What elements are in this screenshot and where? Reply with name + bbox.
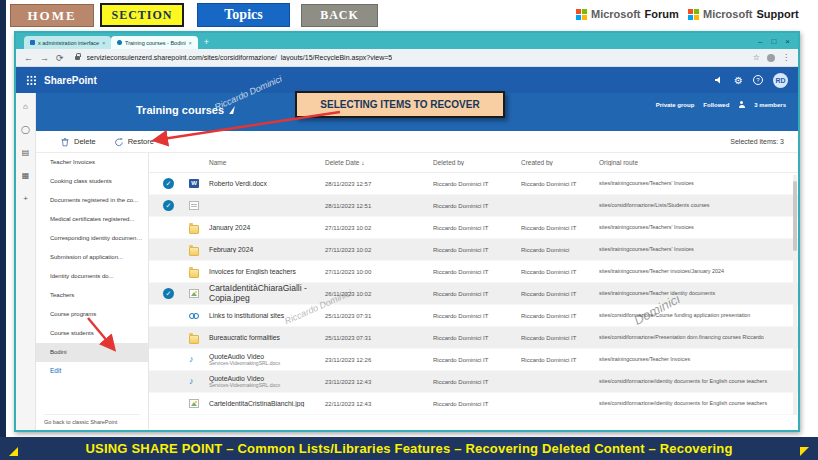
folder-icon — [189, 225, 199, 234]
back-button[interactable]: BACK — [301, 4, 378, 27]
table-row[interactable]: QuoteAudio VideoServices-VideomakingSRL.… — [149, 349, 798, 371]
delete-date: 27/11/2023 10:02 — [325, 225, 433, 231]
deleted-by: Riccardo Dominici IT — [433, 181, 521, 187]
followed-button[interactable]: Followed — [703, 102, 729, 108]
refresh-icon[interactable]: ⟳ — [56, 53, 64, 63]
new-tab-button[interactable]: + — [204, 35, 209, 49]
profile-icon[interactable] — [767, 54, 775, 62]
privacy-label: Private group — [656, 102, 695, 108]
table-row[interactable]: 28/11/2023 12:51 Riccardo Dominici IT si… — [149, 195, 798, 217]
restore-label: Restore — [128, 137, 154, 146]
item-name[interactable]: Roberto Verdi.docx — [209, 180, 267, 187]
minimize-icon[interactable]: – — [758, 37, 762, 46]
help-icon[interactable]: ? — [753, 75, 763, 85]
header-original-route[interactable]: Original route — [599, 159, 798, 166]
close-icon[interactable]: × — [785, 37, 790, 46]
browser-tab-training-courses[interactable]: Training courses - Bodini × — [111, 36, 198, 49]
created-by: Riccardo Dominici IT — [521, 225, 599, 231]
table-row[interactable]: February 2024 27/11/2023 10:02 Riccardo … — [149, 239, 798, 261]
sidebar-item-cooking-class-students[interactable]: Cooking class students — [36, 172, 148, 191]
url-text[interactable]: servizieconsulenzerd.sharepoint.com/site… — [87, 54, 393, 61]
tab-close-icon[interactable]: × — [189, 40, 192, 46]
members-count[interactable]: 3 members — [754, 102, 786, 108]
header-created-by[interactable]: Created by — [521, 159, 599, 166]
add-icon[interactable]: + — [23, 195, 28, 203]
document-icon[interactable]: ▤ — [22, 149, 30, 157]
sidebar-item-documents-registered[interactable]: Documents registered in the co... — [36, 191, 148, 210]
browser-menu-icon[interactable]: ⋮ — [782, 53, 790, 62]
sidebar-item-course-students[interactable]: Course students — [36, 324, 148, 343]
selected-check-icon[interactable] — [163, 178, 174, 189]
microsoft-brand: Microsoft — [703, 8, 753, 20]
deleted-by: Riccardo Dominici IT — [433, 203, 521, 209]
home-button[interactable]: HOME — [10, 4, 94, 27]
home-icon[interactable]: ⌂ — [23, 103, 28, 111]
item-name[interactable]: Links to institutional sites — [209, 312, 284, 319]
gear-icon[interactable]: ⚙ — [734, 75, 743, 86]
table-row[interactable]: January 2024 27/11/2023 10:02 Riccardo D… — [149, 217, 798, 239]
app-launcher-icon[interactable] — [26, 75, 36, 85]
item-name[interactable]: QuoteAudio Video — [209, 353, 264, 360]
selected-check-icon[interactable] — [163, 200, 174, 211]
site-title[interactable]: Training courses — [136, 104, 224, 116]
sidebar-item-submission-application[interactable]: Submission of application... — [36, 248, 148, 267]
bookmark-star-icon[interactable]: ☆ — [753, 53, 760, 62]
classic-sharepoint-link[interactable]: Go back to classic SharePoint — [44, 414, 140, 425]
original-route: sites/trainingcourses/Teacher identity d… — [599, 290, 798, 297]
header-deleted-by[interactable]: Deleted by — [433, 159, 521, 166]
microsoft-forum-link[interactable]: Microsoft Forum — [576, 8, 679, 20]
item-name[interactable]: CarteIdentitaCristinaBianchi.jpg — [209, 400, 304, 407]
table-row[interactable]: CarteIdentitaCristinaBianchi.jpg 22/11/2… — [149, 393, 798, 415]
table-row[interactable]: Invoices for English teachers 27/11/2023… — [149, 261, 798, 283]
megaphone-icon[interactable] — [714, 75, 724, 85]
original-route: sites/trainingcourses/Teachers' Invoices — [599, 246, 798, 253]
back-nav-icon[interactable]: ← — [24, 53, 33, 63]
created-by: Riccardo Dominici — [521, 247, 599, 253]
link-icon — [189, 311, 199, 320]
table-row[interactable]: QuoteAudio VideoServices-VideomakingSRL.… — [149, 371, 798, 393]
sidebar-item-corresponding-identity[interactable]: Corresponding identity documents... — [36, 229, 148, 248]
delete-date: 25/11/2023 07:31 — [325, 335, 433, 341]
table-row[interactable]: Bureaucratic formalities 25/11/2023 07:3… — [149, 327, 798, 349]
forward-nav-icon[interactable]: → — [40, 53, 49, 63]
sidebar-item-course-programs[interactable]: Course programs — [36, 305, 148, 324]
item-name[interactable]: QuoteAudio Video — [209, 375, 264, 382]
maximize-icon[interactable]: □ — [771, 37, 776, 46]
created-by: Riccardo Dominici IT — [521, 313, 599, 319]
sidebar-item-medical-certificates[interactable]: Medical certificates registered... — [36, 210, 148, 229]
grid-icon[interactable]: ▦ — [22, 172, 30, 180]
list-item-icon — [189, 201, 199, 210]
globe-icon[interactable]: ◯ — [21, 126, 30, 134]
footer-deco-right — [800, 447, 809, 456]
item-name[interactable]: February 2024 — [209, 246, 253, 253]
item-name[interactable]: January 2024 — [209, 224, 250, 231]
header-delete-date[interactable]: Delete Date ↓ — [325, 159, 433, 166]
footer-title: USING SHARE POINT – Common Lists/Librari… — [85, 441, 732, 456]
delete-button[interactable]: Delete — [60, 137, 96, 147]
selected-check-icon[interactable] — [163, 288, 174, 299]
section-button[interactable]: SECTION — [100, 3, 184, 27]
browser-tab-admin[interactable]: x administration interface × — [24, 36, 111, 49]
sidebar-item-teacher-invoices[interactable]: Teacher Invoices — [36, 153, 148, 172]
microsoft-support-link[interactable]: Microsoft Support — [688, 8, 799, 20]
restore-button[interactable]: Restore — [114, 137, 154, 147]
site-logo-sail-icon — [229, 106, 235, 114]
table-scrollbar[interactable] — [793, 175, 797, 415]
table-row[interactable]: CartaIdentitàChiaraGialli - Copia.jpeg 2… — [149, 283, 798, 305]
sidebar-item-bodini[interactable]: Bodini — [36, 343, 148, 362]
header-name[interactable]: Name — [209, 159, 325, 166]
avatar[interactable]: RD — [773, 73, 788, 88]
item-name[interactable]: Invoices for English teachers — [209, 268, 296, 275]
tab-close-icon[interactable]: × — [102, 40, 105, 46]
sidebar-edit-link[interactable]: Edit — [36, 362, 148, 380]
table-row[interactable]: Links to institutional sites 25/11/2023 … — [149, 305, 798, 327]
audio-file-icon — [189, 377, 199, 386]
browser-tab-bar: x administration interface × Training co… — [16, 33, 798, 49]
topics-button[interactable]: Topics — [197, 3, 290, 27]
table-row[interactable]: Roberto Verdi.docx 28/11/2023 12:57 Ricc… — [149, 173, 798, 195]
item-name[interactable]: Bureaucratic formalities — [209, 334, 280, 341]
sidebar-item-teachers[interactable]: Teachers — [36, 286, 148, 305]
sidebar-item-identity-documents[interactable]: Identity documents do... — [36, 267, 148, 286]
sidebar-nav: Teacher Invoices Cooking class students … — [36, 153, 149, 430]
item-name[interactable]: CartaIdentitàChiaraGialli - Copia.jpeg — [209, 284, 307, 303]
